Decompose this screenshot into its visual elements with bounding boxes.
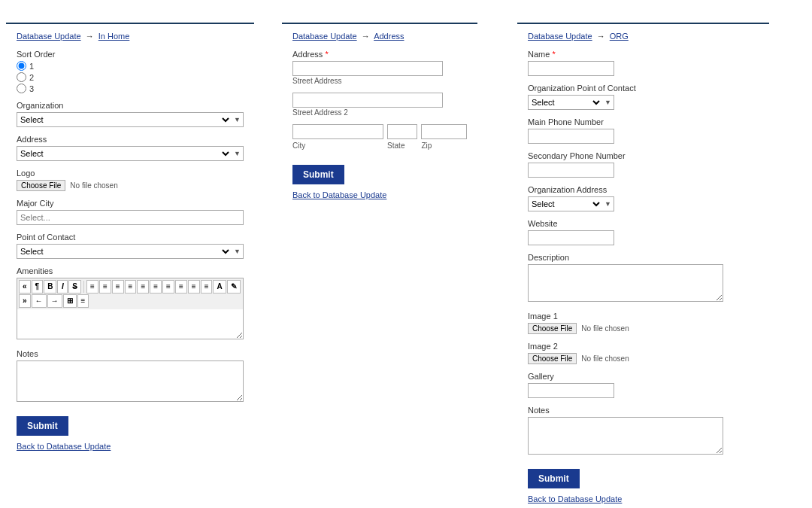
back-link-left[interactable]: Back to Database Update (17, 442, 244, 451)
back-link-middle[interactable]: Back to Database Update (292, 190, 467, 199)
left-breadcrumb-link1[interactable]: Database Update (17, 32, 81, 41)
image1-file-button[interactable]: Choose File (528, 323, 577, 334)
sort-order-radio-1[interactable] (17, 61, 26, 71)
right-breadcrumb-link2[interactable]: ORG (610, 32, 629, 41)
zip-input[interactable] (421, 124, 467, 139)
sort-order-option-1[interactable]: 1 (17, 61, 244, 71)
image2-file-button[interactable]: Choose File (528, 353, 577, 364)
toolbar-btn-list8[interactable]: ≡ (175, 280, 187, 294)
org-poc-select[interactable]: Select (529, 96, 602, 109)
organization-select-arrow: ▼ (232, 116, 243, 123)
right-panel: Database Update → ORG Name * Organizatio… (517, 23, 769, 508)
sort-order-radio-3[interactable] (17, 84, 26, 93)
organization-select[interactable]: Select (17, 113, 232, 126)
org-address-label: Organization Address (528, 185, 759, 194)
org-address-arrow: ▼ (602, 200, 614, 208)
state-input-wrapper (387, 124, 417, 139)
back-link-right[interactable]: Back to Database Update (528, 494, 759, 503)
toolbar-btn-bold[interactable]: B (44, 280, 56, 294)
state-input[interactable] (387, 124, 417, 139)
main-phone-group: Main Phone Number (528, 117, 759, 144)
image2-label: Image 2 (528, 342, 759, 351)
toolbar-btn-list4[interactable]: ≡ (125, 280, 137, 294)
major-city-input[interactable] (17, 210, 244, 225)
toolbar-btn-redo[interactable]: → (47, 294, 62, 308)
org-poc-select-wrapper[interactable]: Select ▼ (528, 95, 614, 110)
poc-select[interactable]: Select (17, 245, 232, 258)
street-address2-sublabel: Street Address 2 (292, 108, 467, 117)
major-city-group: Major City (17, 199, 244, 225)
poc-label: Point of Contact (17, 233, 244, 242)
toolbar-btn-undo[interactable]: ← (32, 294, 47, 308)
zip-input-wrapper (421, 124, 467, 139)
org-address-select-wrapper[interactable]: Select ▼ (528, 196, 614, 211)
image1-file-row: Choose File No file chosen (528, 323, 759, 334)
major-city-label: Major City (17, 199, 244, 208)
sort-order-option-2[interactable]: 2 (17, 72, 244, 82)
toolbar-btn-list7[interactable]: ≡ (162, 280, 174, 294)
left-panel: Database Update → In Home Sort Order 1 2… (6, 23, 254, 463)
poc-select-wrapper[interactable]: Select ▼ (17, 244, 244, 259)
org-poc-arrow: ▼ (602, 99, 614, 106)
image1-group: Image 1 Choose File No file chosen (528, 312, 759, 334)
submit-button-right[interactable]: Submit (528, 469, 580, 488)
submit-button-middle[interactable]: Submit (292, 165, 344, 184)
notes-textarea-right[interactable] (528, 417, 723, 455)
right-breadcrumb-link1[interactable]: Database Update (528, 32, 592, 41)
left-breadcrumb: Database Update → In Home (17, 32, 244, 41)
address-section: Address * Street Address (292, 50, 467, 85)
notes-textarea-left[interactable] (17, 360, 244, 402)
toolbar-btn-list5[interactable]: ≡ (137, 280, 149, 294)
sort-order-radio-2[interactable] (17, 72, 26, 82)
street-address-input[interactable] (292, 61, 443, 76)
amenities-toolbar: « ¶ B I S ≡ ≡ ≡ ≡ ≡ ≡ ≡ ≡ ≡ ≡ A ✎ » ← → (17, 278, 244, 309)
left-breadcrumb-link2[interactable]: In Home (98, 32, 130, 41)
toolbar-btn-end[interactable]: » (19, 294, 31, 308)
point-of-contact-group: Point of Contact Select ▼ (17, 233, 244, 259)
org-address-select[interactable]: Select (529, 197, 602, 211)
submit-button-left[interactable]: Submit (17, 416, 68, 436)
toolbar-btn-strike[interactable]: S (68, 280, 81, 294)
description-textarea[interactable] (528, 264, 723, 302)
sort-order-option-3[interactable]: 3 (17, 84, 244, 93)
toolbar-btn-list9[interactable]: ≡ (188, 280, 200, 294)
toolbar-btn-list6[interactable]: ≡ (150, 280, 162, 294)
toolbar-btn-list10[interactable]: ≡ (201, 280, 213, 294)
notes-label-right: Notes (528, 406, 759, 415)
gallery-input[interactable] (528, 383, 614, 398)
city-input[interactable] (292, 124, 383, 139)
middle-breadcrumb: Database Update → Address (292, 32, 467, 41)
address-select-wrapper[interactable]: Select ▼ (17, 146, 244, 161)
notes-group-right: Notes (528, 406, 759, 457)
toolbar-divider1 (83, 281, 84, 293)
toolbar-btn-list2[interactable]: ≡ (99, 280, 111, 294)
notes-group-left: Notes (17, 349, 244, 404)
image1-file-text: No file chosen (581, 324, 629, 333)
toolbar-btn-para[interactable]: ¶ (32, 280, 44, 294)
address-select[interactable]: Select (17, 147, 232, 160)
toolbar-btn-list1[interactable]: ≡ (86, 280, 98, 294)
toolbar-btn-edit[interactable]: ✎ (227, 280, 241, 294)
toolbar-btn-more[interactable]: ≡ (77, 294, 89, 308)
logo-file-label: No file chosen (70, 181, 117, 190)
amenities-textarea[interactable] (17, 309, 244, 339)
street-address2-input[interactable] (292, 93, 443, 108)
toolbar-btn-list3[interactable]: ≡ (112, 280, 124, 294)
sort-order-label: Sort Order (17, 50, 244, 59)
org-poc-group: Organization Point of Contact Select ▼ (528, 84, 759, 110)
image2-group: Image 2 Choose File No file chosen (528, 342, 759, 364)
toolbar-btn-source[interactable]: « (19, 280, 31, 294)
toolbar-btn-font[interactable]: A (213, 280, 226, 294)
toolbar-btn-italic[interactable]: I (57, 280, 68, 294)
state-sublabel: State (387, 141, 417, 150)
toolbar-btn-table[interactable]: ⊞ (63, 294, 77, 308)
main-phone-input[interactable] (528, 129, 614, 144)
website-input[interactable] (528, 230, 614, 245)
secondary-phone-input[interactable] (528, 163, 614, 178)
organization-select-wrapper[interactable]: Select ▼ (17, 112, 244, 127)
left-breadcrumb-arrow: → (86, 32, 94, 41)
logo-file-button[interactable]: Choose File (17, 180, 65, 191)
name-input[interactable] (528, 61, 614, 76)
middle-breadcrumb-link1[interactable]: Database Update (292, 32, 357, 41)
middle-breadcrumb-link2[interactable]: Address (374, 32, 404, 41)
